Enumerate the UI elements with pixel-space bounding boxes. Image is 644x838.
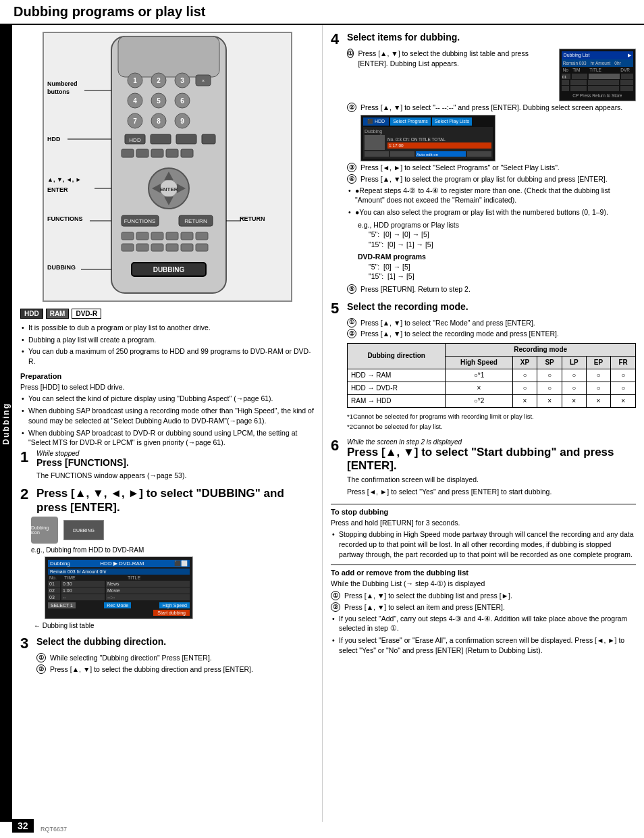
step-4-sub4: ④ Press [▲, ▼] to select the program or … [347, 174, 636, 184]
step-2-num: 2 [20, 487, 32, 502]
step-5-num: 5 [331, 301, 343, 316]
dub-screen: Dubbing HDD ▶ DVD-RAM ⬛⬜ Remain 003 hr A… [45, 556, 193, 619]
svg-text:DUBBING: DUBBING [47, 264, 76, 271]
left-column: 1 2 3 × 4 5 6 7 8 9 [12, 25, 323, 822]
footnote-2: *2Cannot be selected for play list. [347, 422, 636, 431]
dvd-prog-1: "15": [1] → [5] [369, 271, 636, 282]
step-5-sub2: ② Press [▲, ▼] to select the recording m… [347, 329, 636, 339]
step-1-title: Press [FUNCTIONS]. [36, 457, 129, 469]
svg-text:HDD: HDD [47, 136, 61, 142]
page-number: 32 [12, 819, 34, 833]
svg-rect-30 [166, 149, 178, 157]
add-remove-item-0: If you select "Add", carry out steps 4-③… [331, 614, 636, 633]
step-6-body1: The confirmation screen will be displaye… [347, 475, 636, 485]
side-label: Dubbing [0, 25, 12, 822]
col-xp: XP [512, 356, 537, 369]
svg-rect-45 [151, 232, 163, 240]
preparation-text: Press [HDD] to select HDD drive. [20, 382, 314, 392]
page-header: Dubbing programs or play list [0, 0, 644, 25]
svg-text:8: 8 [157, 117, 161, 125]
step-5-sub1: ① Press [▲, ▼] to select "Rec Mode" and … [347, 318, 636, 328]
step-4-sub5: ⑤ Press [RETURN]. Return to step 2. [347, 284, 636, 294]
dubbing-list-label: ← Dubbing list table [34, 622, 314, 629]
svg-text:Numbered: Numbered [47, 80, 78, 87]
svg-text:▲, ▼, ◄, ►: ▲, ▼, ◄, ► [47, 176, 82, 183]
svg-rect-26 [202, 134, 215, 144]
svg-text:2: 2 [157, 77, 161, 84]
step-6-title: Press [▲, ▼] to select "Start dubbing" a… [347, 446, 636, 473]
svg-rect-52 [166, 244, 178, 251]
svg-text:FUNCTIONS: FUNCTIONS [124, 218, 155, 224]
step-6-body2: Press [◄, ►] to select "Yes" and press [… [347, 487, 636, 497]
step-3-sub1: ① While selecting "Dubbing direction" Pr… [36, 653, 314, 663]
svg-rect-44 [136, 232, 149, 240]
stop-text1: Press and hold [RETURN] for 3 seconds. [331, 518, 636, 528]
svg-rect-27 [122, 149, 134, 157]
col-ep: EP [586, 356, 611, 369]
hdd-prog-1: "15": [0] → [1] → [5] [369, 240, 636, 250]
step-4-sub2: ② Press [▲, ▼] to select "-- --:--" and … [347, 103, 636, 161]
format-badges: HDD RAM DVD-R [20, 309, 314, 319]
step-4-num: 4 [331, 32, 343, 47]
svg-rect-31 [181, 149, 193, 157]
col-highspeed: High Speed [446, 356, 512, 369]
svg-text:RETURN: RETURN [240, 215, 265, 222]
svg-text:RETURN: RETURN [184, 218, 207, 224]
step-4-title: Select items for dubbing. [347, 32, 460, 43]
table-row-2: RAM → HDD ○*2 × × × × × [348, 394, 636, 407]
step-5: 5 Select the recording mode. ① Press [▲,… [331, 301, 636, 431]
add-remove-section: To add or remove from the dubbing list W… [331, 565, 636, 655]
step-4: 4 Select items for dubbing. ① Press [▲, … [331, 32, 636, 294]
badge-dvdr: DVD-R [72, 309, 101, 319]
svg-rect-51 [151, 244, 163, 251]
svg-rect-24 [151, 134, 171, 144]
step-1: 1 While stopped Press [FUNCTIONS]. The F… [20, 450, 314, 480]
svg-rect-25 [176, 134, 196, 144]
bullet-1: Dubbing a play list will create a progra… [20, 335, 314, 345]
step-5-title: Select the recording mode. [347, 301, 468, 313]
svg-rect-28 [136, 149, 149, 157]
step-6-subtitle: While the screen in step 2 is displayed [347, 438, 636, 446]
svg-text:5: 5 [157, 97, 161, 105]
add-remove-sub1: ① Press [▲, ▼] to select the dubbing lis… [331, 591, 636, 601]
table-row-1: HDD → DVD-R × ○ ○ ○ ○ ○ [348, 382, 636, 394]
svg-rect-29 [151, 149, 163, 157]
col-lp: LP [562, 356, 586, 369]
step-2-eg-label: e.g., Dubbing from HDD to DVD-RAM [31, 546, 314, 554]
table-header-mode: Recording mode [446, 343, 636, 356]
svg-text:ENTER: ENTER [159, 186, 178, 192]
col-sp: SP [537, 356, 562, 369]
step-3-title: Select the dubbing direction. [36, 636, 166, 648]
page-code: RQT6637 [41, 826, 67, 833]
svg-text:HDD: HDD [129, 137, 141, 143]
main-layout: Dubbing 1 2 3 × 4 5 [0, 25, 644, 822]
add-remove-intro: While the Dubbing List (→ step 4-①) is d… [331, 579, 636, 589]
step-4-repeat-note: ●Repeat steps 4-② to 4-④ to register mor… [347, 186, 636, 205]
svg-text:3: 3 [180, 77, 184, 84]
svg-text:buttons: buttons [47, 88, 70, 95]
step-2-title: Press [▲, ▼, ◄, ►] to select "DUBBING" a… [36, 487, 314, 515]
add-remove-sub2: ② Press [▲, ▼] to select an item and pre… [331, 602, 636, 612]
svg-rect-43 [122, 232, 134, 240]
page-title: Dubbing programs or play list [14, 4, 205, 20]
svg-text:7: 7 [133, 117, 137, 125]
badge-hdd: HDD [20, 309, 43, 319]
add-remove-item-1: If you select "Erase" or "Erase All", a … [331, 635, 636, 655]
step-6: 6 While the screen in step 2 is displaye… [331, 438, 636, 497]
svg-text:ENTER: ENTER [47, 186, 68, 193]
svg-rect-50 [136, 244, 149, 251]
bullet-2: You can dub a maximum of 250 programs to… [20, 346, 314, 366]
svg-rect-48 [196, 232, 208, 240]
svg-rect-47 [181, 232, 193, 240]
stop-title: To stop dubbing [331, 508, 636, 516]
svg-rect-46 [166, 232, 178, 240]
svg-text:FUNCTIONS: FUNCTIONS [47, 215, 83, 222]
stop-item-0: Stopping dubbing in High Speed mode part… [331, 529, 636, 559]
step-4-select-note: ●You can also select the program or play… [347, 207, 636, 217]
svg-rect-49 [122, 244, 134, 251]
prep-item-0: You can select the kind of picture displ… [20, 394, 314, 404]
step-6-num: 6 [331, 438, 343, 453]
right-column: 4 Select items for dubbing. ① Press [▲, … [323, 25, 644, 822]
step-2: 2 Press [▲, ▼, ◄, ►] to select "DUBBING"… [20, 487, 314, 629]
remote-diagram: 1 2 3 × 4 5 6 7 8 9 [43, 32, 292, 302]
